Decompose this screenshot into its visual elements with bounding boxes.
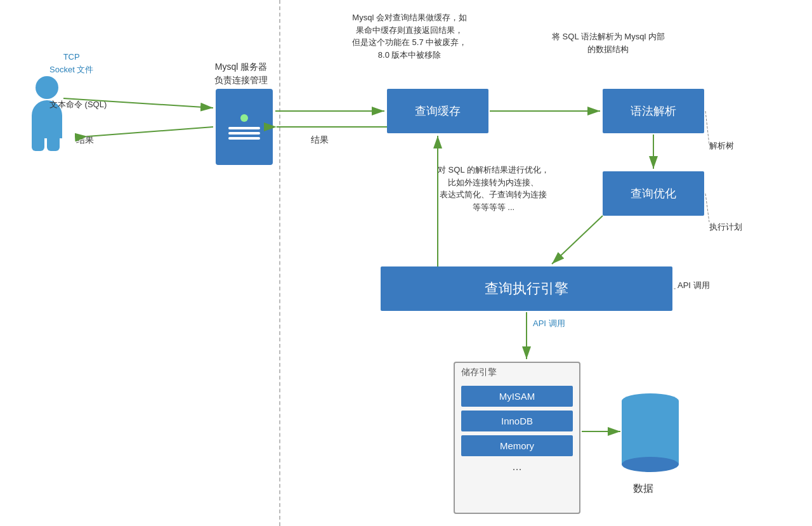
mysql-server-label: Mysql 服务器负责连接管理 bbox=[209, 60, 273, 87]
server-dot bbox=[240, 114, 248, 122]
api-call-bottom-label: API 调用 bbox=[533, 317, 565, 330]
server-line-2 bbox=[228, 132, 260, 135]
result-left-label: 结果 bbox=[76, 133, 94, 147]
server-line-1 bbox=[228, 127, 260, 129]
database-cylinder bbox=[622, 393, 679, 472]
person-legs bbox=[32, 138, 62, 151]
exec-plan-label: 执行计划 bbox=[709, 221, 742, 233]
parse-tree-label: 解析树 bbox=[709, 140, 734, 152]
storage-dots: ... bbox=[455, 460, 579, 473]
svg-line-11 bbox=[705, 194, 709, 222]
syntax-note: 将 SQL 语法解析为 Mysql 内部的数据结构 bbox=[552, 30, 665, 55]
server-lines bbox=[228, 127, 260, 140]
query-engine-box: 查询执行引擎 bbox=[381, 266, 672, 311]
storage-item-innodb: InnoDB bbox=[461, 411, 573, 431]
result-middle-label: 结果 bbox=[311, 133, 329, 147]
storage-container: 储存引擎 MyISAM InnoDB Memory ... bbox=[454, 362, 580, 514]
db-cylinder-bottom bbox=[622, 457, 679, 472]
diagram: TCPSocket 文件 文本命令 (SQL) 结果 Mysql 服务器负责连接… bbox=[0, 0, 812, 526]
arrows-svg bbox=[0, 0, 812, 526]
storage-item-memory: Memory bbox=[461, 435, 573, 456]
storage-item-myisam: MyISAM bbox=[461, 386, 573, 407]
db-cylinder-body bbox=[622, 401, 679, 464]
api-call-right-label: API 调用 bbox=[678, 279, 710, 292]
server-box bbox=[216, 89, 273, 165]
tcp-socket-label: TCPSocket 文件 bbox=[49, 51, 93, 76]
server-line-3 bbox=[228, 137, 260, 140]
optimize-note: 对 SQL 的解析结果进行优化， 比如外连接转为内连接、 表达式简化、子查询转为… bbox=[438, 164, 549, 213]
person-figure bbox=[32, 76, 62, 151]
query-optimize-box: 查询优化 bbox=[603, 171, 704, 216]
query-cache-box: 查询缓存 bbox=[387, 89, 488, 133]
data-label: 数据 bbox=[633, 481, 653, 496]
query-cache-note: Mysql 会对查询结果做缓存，如 果命中缓存则直接返回结果， 但是这个功能在 … bbox=[352, 11, 467, 61]
svg-line-10 bbox=[552, 216, 603, 264]
divider bbox=[279, 0, 280, 526]
person-head bbox=[36, 76, 58, 99]
person-leg-left bbox=[32, 138, 44, 151]
storage-title: 储存引擎 bbox=[455, 363, 579, 382]
text-command-label: 文本命令 (SQL) bbox=[49, 98, 107, 111]
syntax-parse-box: 语法解析 bbox=[603, 89, 704, 133]
svg-line-4 bbox=[88, 127, 213, 136]
person-leg-right bbox=[47, 138, 60, 151]
